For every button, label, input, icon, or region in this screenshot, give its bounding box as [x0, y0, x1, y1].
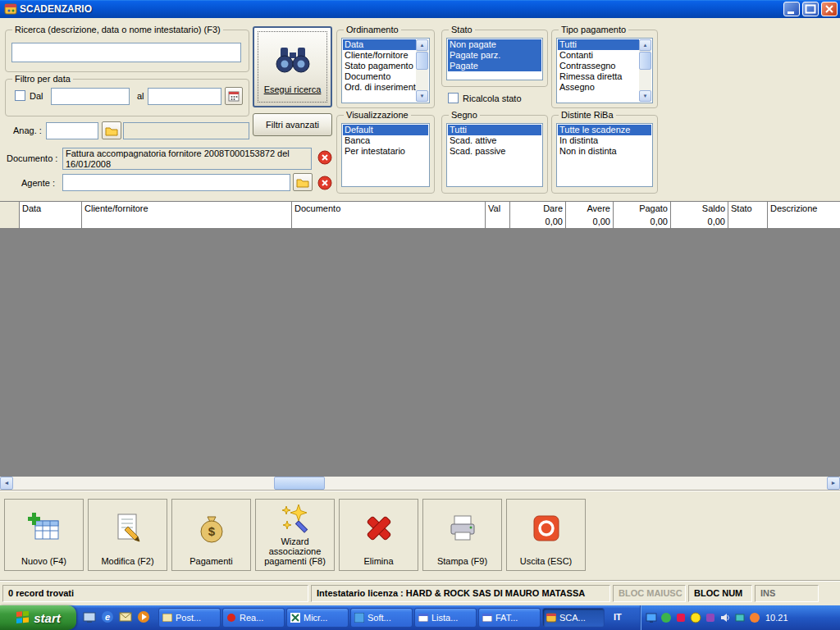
taskbar-item-soft[interactable]: Soft...: [350, 608, 413, 628]
scrollbar[interactable]: ▲ ▼: [639, 39, 651, 102]
tipo-pagamento-item[interactable]: Rimessa diretta: [558, 71, 639, 82]
start-button[interactable]: start: [0, 605, 76, 630]
taskbar-item-micr[interactable]: Micr...: [286, 608, 349, 628]
column-header[interactable]: Documento: [292, 202, 486, 216]
ordinamento-item[interactable]: Documento: [343, 71, 416, 82]
distinte-riba-item[interactable]: Tutte le scadenze: [558, 125, 651, 135]
ordinamento-item[interactable]: Stato pagamento: [343, 61, 416, 71]
titlebar[interactable]: SCADENZARIO: [0, 0, 840, 18]
scroll-thumb[interactable]: [639, 52, 651, 70]
taskbar-item-sca[interactable]: SCA...: [542, 608, 605, 628]
elimina-button[interactable]: Elimina: [339, 499, 418, 571]
tray-icon-7[interactable]: [734, 612, 746, 623]
segno-item[interactable]: Scad. passive: [448, 146, 541, 157]
anag-input[interactable]: [46, 122, 98, 139]
ordinamento-item[interactable]: Data: [343, 39, 416, 50]
agente-input[interactable]: [62, 174, 290, 191]
tipo-pagamento-listbox[interactable]: Tutti Contanti Contrassegno Rimessa dire…: [556, 38, 653, 103]
scroll-right-button[interactable]: ►: [827, 477, 840, 490]
maximize-button[interactable]: [802, 2, 819, 16]
visualizzazione-item[interactable]: Default: [343, 125, 428, 135]
search-input[interactable]: [11, 43, 241, 62]
segno-listbox[interactable]: Tutti Scad. attive Scad. passive: [446, 123, 543, 187]
date-from-input[interactable]: [51, 88, 130, 105]
documento-clear-button[interactable]: [317, 149, 333, 166]
scrollbar[interactable]: ▲ ▼: [416, 39, 428, 102]
tray-icon-8[interactable]: [749, 612, 760, 623]
scroll-thumb[interactable]: [274, 477, 325, 490]
ordinamento-item[interactable]: Ord. di inserimento: [343, 82, 416, 93]
stampa-button[interactable]: Stampa (F9): [422, 499, 502, 571]
ordinamento-item[interactable]: Cliente/fornitore: [343, 50, 416, 61]
tray-icon-5[interactable]: [705, 612, 716, 623]
visualizzazione-listbox[interactable]: Default Banca Per intestatario: [341, 123, 430, 187]
column-header[interactable]: Data: [20, 202, 82, 216]
row-selector[interactable]: [0, 215, 20, 229]
column-header[interactable]: Val: [486, 202, 510, 216]
column-header[interactable]: Stato: [728, 202, 768, 216]
stato-listbox[interactable]: Non pagate Pagate parz. Pagate: [446, 38, 543, 80]
modifica-button[interactable]: Modifica (F2): [88, 499, 167, 571]
column-header[interactable]: Pagato: [614, 202, 671, 216]
tray-icon-4[interactable]: [690, 612, 701, 623]
minimize-button[interactable]: [783, 2, 800, 16]
date-to-input[interactable]: [148, 88, 221, 105]
esegui-ricerca-button[interactable]: Esegui ricerca: [253, 26, 332, 107]
tipo-pagamento-item[interactable]: Contanti: [558, 50, 639, 61]
language-indicator[interactable]: IT: [614, 612, 622, 622]
quicklaunch-show-desktop-icon[interactable]: [82, 610, 97, 625]
visualizzazione-item[interactable]: Per intestatario: [343, 146, 428, 157]
quicklaunch-browser-icon[interactable]: e: [100, 609, 115, 624]
column-header[interactable]: Descrizione: [768, 202, 840, 216]
calendar-button[interactable]: [225, 87, 243, 105]
scroll-up-button[interactable]: ▲: [416, 39, 428, 51]
scroll-left-button[interactable]: ◄: [0, 477, 13, 490]
ricalcola-stato-label: Ricalcola stato: [463, 94, 522, 103]
tipo-pagamento-item[interactable]: Tutti: [558, 39, 639, 50]
taskbar-item-post[interactable]: Post...: [158, 608, 221, 628]
tray-icon-1[interactable]: [646, 612, 657, 623]
quicklaunch-mail-icon[interactable]: [118, 609, 133, 624]
tray-icon-3[interactable]: [675, 612, 687, 623]
uscita-button[interactable]: Uscita (ESC): [506, 499, 586, 571]
segno-item[interactable]: Tutti: [448, 125, 541, 135]
tray-icon-2[interactable]: [660, 612, 672, 623]
segno-item[interactable]: Scad. attive: [448, 135, 541, 146]
distinte-riba-item[interactable]: In distinta: [558, 135, 651, 146]
ordinamento-listbox[interactable]: Data Cliente/fornitore Stato pagamento D…: [341, 38, 430, 103]
agente-browse-button[interactable]: [293, 173, 313, 191]
column-header[interactable]: Avere: [566, 202, 614, 216]
taskbar-item-fat[interactable]: FAT...: [478, 608, 541, 628]
ricalcola-stato-checkbox[interactable]: [448, 93, 459, 103]
stato-item[interactable]: Pagate parz.: [448, 50, 541, 61]
column-header[interactable]: Dare: [510, 202, 566, 216]
taskbar-item-rea[interactable]: Rea...: [222, 608, 285, 628]
nuovo-button[interactable]: Nuovo (F4): [4, 499, 84, 571]
close-button[interactable]: [821, 2, 838, 16]
scroll-down-button[interactable]: ▼: [416, 90, 428, 102]
dal-checkbox[interactable]: [15, 90, 25, 101]
horizontal-scrollbar[interactable]: ◄ ►: [0, 477, 840, 490]
pagamenti-button-label: Pagamenti: [188, 556, 235, 570]
volume-icon[interactable]: [719, 612, 731, 623]
agente-clear-button[interactable]: [317, 175, 333, 191]
column-header[interactable]: Cliente/fornitore: [82, 202, 292, 216]
pagamenti-button[interactable]: $ Pagamenti: [171, 499, 251, 571]
distinte-riba-listbox[interactable]: Tutte le scadenze In distinta Non in dis…: [556, 123, 653, 187]
distinte-riba-item[interactable]: Non in distinta: [558, 146, 651, 157]
visualizzazione-item[interactable]: Banca: [343, 135, 428, 146]
scroll-up-button[interactable]: ▲: [639, 39, 651, 51]
taskbar-clock[interactable]: 10.21: [765, 613, 788, 623]
column-header[interactable]: Saldo: [671, 202, 728, 216]
stato-item[interactable]: Pagate: [448, 61, 541, 71]
wizard-pagamenti-button[interactable]: Wizard associazione pagamenti (F8): [255, 499, 335, 571]
stato-item[interactable]: Non pagate: [448, 39, 541, 50]
taskbar-item-lista[interactable]: Lista...: [414, 608, 477, 628]
filtri-avanzati-button[interactable]: Filtri avanzati: [253, 113, 332, 136]
quicklaunch-media-icon[interactable]: [136, 609, 151, 624]
scroll-down-button[interactable]: ▼: [639, 90, 651, 102]
scroll-thumb[interactable]: [416, 52, 428, 70]
tipo-pagamento-item[interactable]: Contrassegno: [558, 61, 639, 71]
anag-browse-button[interactable]: [102, 121, 121, 139]
tipo-pagamento-item[interactable]: Assegno: [558, 82, 639, 93]
